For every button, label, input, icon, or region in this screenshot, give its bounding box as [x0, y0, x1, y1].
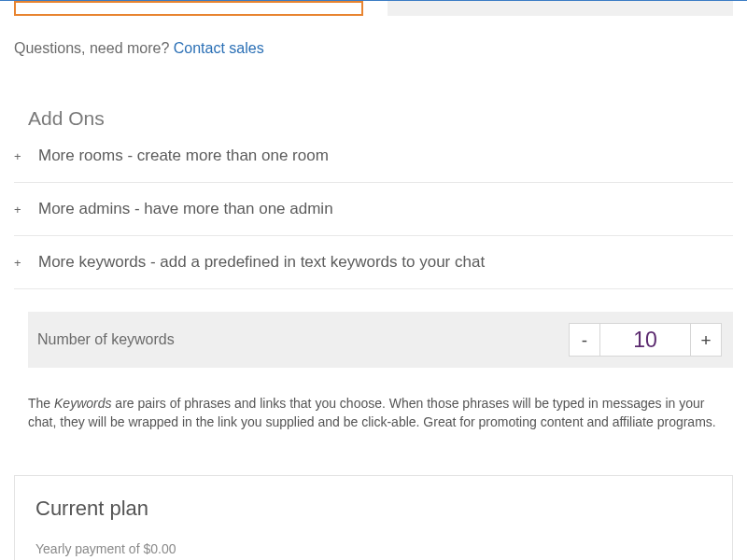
stepper-value: 10 [600, 323, 690, 357]
plan-card-selected[interactable] [14, 1, 363, 16]
addons-heading: Add Ons [28, 107, 733, 130]
plan-card-alt[interactable] [388, 1, 733, 16]
quantity-stepper: - 10 + [569, 323, 722, 357]
current-plan-sub: Yearly payment of $0.00 [35, 541, 712, 556]
keywords-stepper-row: Number of keywords - 10 + [28, 312, 733, 368]
stepper-minus-button[interactable]: - [569, 323, 600, 357]
expand-icon: + [14, 203, 27, 217]
addon-label: More admins - have more than one admin [38, 200, 333, 218]
main-scroll[interactable]: Questions, need more? Contact sales Add … [0, 1, 747, 560]
current-plan-panel: Current plan Yearly payment of $0.00 [14, 475, 733, 560]
keywords-description: The Keywords are pairs of phrases and li… [28, 394, 719, 432]
addon-label: More rooms - create more than one room [38, 147, 329, 165]
addon-label: More keywords - add a predefined in text… [38, 253, 485, 272]
desc-emph: Keywords [54, 396, 111, 411]
expand-icon: + [14, 149, 27, 163]
stepper-plus-button[interactable]: + [690, 323, 722, 357]
desc-rest: are pairs of phrases and links that you … [28, 396, 716, 429]
desc-prefix: The [28, 396, 54, 411]
expand-icon: + [14, 256, 27, 270]
top-plan-cards [14, 1, 733, 16]
contact-sales-link[interactable]: Contact sales [174, 40, 264, 56]
viewport: Questions, need more? Contact sales Add … [0, 0, 747, 560]
addon-row-rooms[interactable]: + More rooms - create more than one room [14, 130, 733, 183]
contact-sales-prefix: Questions, need more? [14, 40, 174, 56]
addon-row-admins[interactable]: + More admins - have more than one admin [14, 183, 733, 236]
addon-row-keywords[interactable]: + More keywords - add a predefined in te… [14, 236, 733, 289]
keywords-stepper-label: Number of keywords [37, 331, 175, 348]
current-plan-heading: Current plan [35, 497, 712, 521]
contact-sales-line: Questions, need more? Contact sales [14, 40, 733, 57]
